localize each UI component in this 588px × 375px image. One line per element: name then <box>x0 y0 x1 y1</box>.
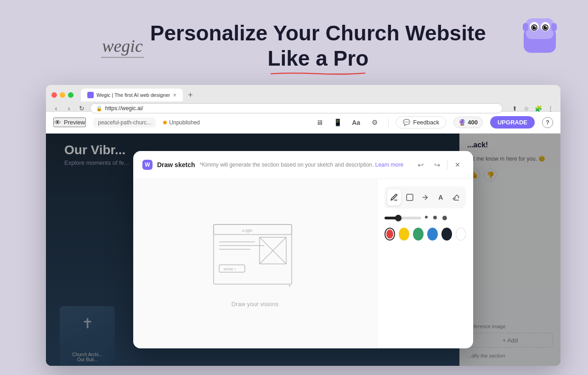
color-red[interactable] <box>384 228 395 241</box>
modal-header-actions: ↩ ↪ × <box>414 158 464 171</box>
modal-overlay: W Draw sketch *Kimmy will generate the s… <box>46 134 560 366</box>
color-green[interactable] <box>413 228 424 241</box>
svg-rect-24 <box>407 194 413 201</box>
tab-favicon <box>87 92 94 98</box>
modal-divider <box>447 160 447 169</box>
canvas-placeholder: -Logo- MORE + <box>209 220 301 308</box>
wegic-logo: wegic <box>102 36 143 56</box>
tl-maximize[interactable] <box>68 92 74 98</box>
credits-icon: 🔮 <box>458 119 466 126</box>
redo-button[interactable]: ↪ <box>430 158 443 171</box>
tab-title: Wegic | The first AI web designer <box>96 92 170 98</box>
help-button[interactable]: ? <box>542 117 553 128</box>
canvas-hint: Draw your visions <box>232 301 279 308</box>
desktop-view-button[interactable]: 🖥 <box>313 116 326 129</box>
color-black[interactable] <box>441 228 452 241</box>
modal-header: W Draw sketch *Kimmy will generate the s… <box>133 151 473 179</box>
traffic-lights <box>51 92 74 98</box>
pen-tool[interactable] <box>387 189 401 206</box>
svg-rect-10 <box>523 23 528 31</box>
marketing-header: wegic Personalize Your Church Website Li… <box>0 0 588 92</box>
status-dot <box>163 121 167 124</box>
toolbar-icons: 🖥 📱 Aa ⚙ <box>313 116 381 129</box>
back-button[interactable]: ‹ <box>51 104 61 113</box>
learn-more-link[interactable]: Learn more <box>375 162 403 168</box>
publish-status: Unpublished <box>163 119 200 126</box>
opacity-high[interactable] <box>442 216 447 220</box>
modal-logo: W <box>142 160 153 170</box>
underline-decoration <box>235 72 401 75</box>
browser-action-buttons: ⬆ ☆ 🧩 ⋮ <box>510 104 555 113</box>
thickness-control <box>384 216 466 220</box>
upgrade-button[interactable]: UPGRADE <box>490 116 535 129</box>
color-palette <box>384 228 466 241</box>
svg-rect-1 <box>526 18 554 39</box>
font-button[interactable]: Aa <box>350 116 362 129</box>
color-white[interactable] <box>456 228 466 241</box>
opacity-low[interactable] <box>425 216 428 218</box>
svg-rect-12 <box>214 224 292 284</box>
feedback-button[interactable]: 💬 Feedback <box>396 116 446 129</box>
mobile-view-button[interactable]: 📱 <box>331 116 344 129</box>
settings-button[interactable]: ⚙ <box>368 116 381 129</box>
lock-icon: 🔒 <box>96 106 102 112</box>
share-button[interactable]: ⬆ <box>510 104 519 113</box>
modal-close-button[interactable]: × <box>451 158 464 171</box>
credits-value: 400 <box>468 119 478 126</box>
eye-icon: 👁 <box>54 118 61 126</box>
eraser-tool[interactable] <box>449 189 463 206</box>
arrow-tool[interactable] <box>418 189 432 206</box>
new-tab-button[interactable]: + <box>185 90 196 101</box>
undo-button[interactable]: ↩ <box>414 158 427 171</box>
browser-chrome: Wegic | The first AI web designer × + ‹ … <box>46 85 560 112</box>
svg-text:MORE +: MORE + <box>224 268 236 271</box>
tl-minimize[interactable] <box>60 92 65 98</box>
status-text: Unpublished <box>169 119 200 126</box>
text-tool[interactable]: A <box>434 189 447 206</box>
opacity-controls <box>425 216 447 220</box>
bookmark-button[interactable]: ☆ <box>522 104 531 113</box>
modal-body: -Logo- MORE + <box>133 179 473 348</box>
tools-panel: A <box>377 179 473 348</box>
address-bar: ‹ › ↻ 🔒 https://wegic.ai/ ⬆ ☆ 🧩 ⋮ <box>46 101 560 115</box>
preview-label: Preview <box>64 119 85 126</box>
svg-text:+: + <box>288 283 291 289</box>
svg-point-9 <box>546 26 547 28</box>
svg-text:-Logo-: -Logo- <box>241 228 253 233</box>
logo-title-row: wegic Personalize Your Church Website Li… <box>102 21 486 71</box>
opacity-med[interactable] <box>433 216 437 219</box>
tab-close-btn[interactable]: × <box>173 91 176 99</box>
modal-subtitle: *Kimmy will generate the section based o… <box>199 162 403 168</box>
credits-display: 🔮 400 <box>453 117 483 128</box>
thickness-slider[interactable] <box>384 217 421 219</box>
tools-row: A <box>384 186 466 208</box>
forward-button[interactable]: › <box>64 104 74 113</box>
reload-button[interactable]: ↻ <box>77 104 86 113</box>
feedback-icon: 💬 <box>403 119 410 126</box>
wireframe-sketch: -Logo- MORE + <box>209 220 301 293</box>
draw-sketch-modal: W Draw sketch *Kimmy will generate the s… <box>133 151 473 348</box>
menu-button[interactable]: ⋮ <box>546 104 555 113</box>
rect-tool[interactable] <box>403 189 417 206</box>
app-content: Our Vibr... Explore moments of fe... Chu… <box>46 134 560 366</box>
headline: Personalize Your Church Website Like a P… <box>150 21 486 71</box>
color-yellow[interactable] <box>399 228 409 241</box>
tl-close[interactable] <box>51 92 57 98</box>
feedback-label: Feedback <box>413 119 439 126</box>
address-input[interactable]: 🔒 https://wegic.ai/ <box>90 103 503 113</box>
svg-point-5 <box>535 26 536 28</box>
domain-display: peaceful-path-churc... <box>93 118 156 128</box>
url-text: https://wegic.ai/ <box>105 105 143 112</box>
color-blue[interactable] <box>427 228 438 241</box>
mascot <box>519 14 560 55</box>
extensions-button[interactable]: 🧩 <box>534 104 543 113</box>
browser-window: Wegic | The first AI web designer × + ‹ … <box>46 85 560 366</box>
tab-bar: Wegic | The first AI web designer × + <box>46 85 560 101</box>
svg-rect-11 <box>551 23 557 31</box>
sketch-canvas[interactable]: -Logo- MORE + <box>133 179 377 348</box>
browser-tab-active[interactable]: Wegic | The first AI web designer × <box>81 89 183 101</box>
modal-title: Draw sketch <box>157 161 195 168</box>
preview-button[interactable]: 👁 Preview <box>53 118 86 127</box>
